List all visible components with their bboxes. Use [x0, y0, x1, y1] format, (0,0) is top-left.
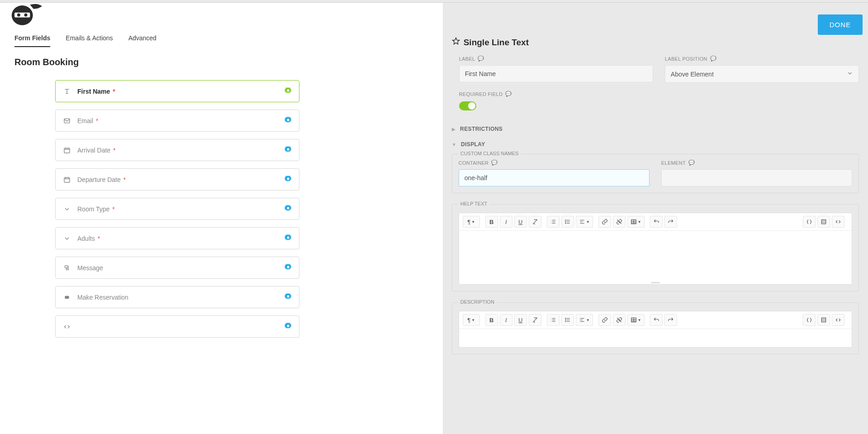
svg-point-2	[24, 14, 27, 17]
field-row[interactable]: Room Type *	[55, 198, 299, 220]
main-layout: Form Fields Emails & Actions Advanced Ro…	[0, 3, 868, 434]
editor-area[interactable]	[459, 329, 852, 347]
undo-button[interactable]	[650, 314, 663, 326]
redo-button[interactable]	[664, 216, 677, 228]
align-button[interactable]: ▼	[576, 314, 593, 326]
custom-class-legend: CUSTOM CLASS NAMES	[458, 151, 522, 156]
right-panel: DONE Single Line Text LABEL 💬 LABEL POSI…	[443, 3, 868, 434]
merge-tags-button[interactable]	[803, 314, 816, 326]
paragraph-icon	[63, 264, 71, 272]
italic-button[interactable]: I	[500, 314, 512, 326]
field-row[interactable]: Make Reservation	[55, 286, 299, 308]
element-heading: ELEMENT 💬	[661, 160, 852, 166]
field-label: Message	[77, 264, 103, 272]
ordered-list-button[interactable]	[547, 216, 560, 228]
help-icon[interactable]: 💬	[478, 56, 484, 62]
gear-icon[interactable]	[285, 263, 292, 272]
gear-icon[interactable]	[285, 293, 292, 301]
redo-button[interactable]	[664, 314, 677, 326]
align-button[interactable]: ▼	[576, 216, 593, 228]
clear-format-button[interactable]	[529, 314, 541, 326]
field-label: Email *	[77, 117, 98, 124]
ordered-list-button[interactable]	[547, 314, 560, 326]
clear-format-button[interactable]	[529, 216, 541, 228]
field-row[interactable]: Adults *	[55, 227, 299, 249]
bold-button[interactable]: B	[485, 314, 498, 326]
gear-icon[interactable]	[285, 116, 292, 125]
restrictions-toggle[interactable]: ▶ RESTRICTIONS	[452, 126, 859, 132]
fullscreen-button[interactable]	[817, 216, 830, 228]
required-row: REQUIRED FIELD 💬	[459, 91, 859, 110]
gear-icon[interactable]	[285, 322, 292, 331]
svg-point-15	[565, 321, 565, 322]
help-icon[interactable]: 💬	[491, 160, 498, 166]
svg-rect-6	[65, 296, 69, 299]
required-toggle[interactable]	[459, 101, 476, 110]
help-icon[interactable]: 💬	[710, 56, 716, 62]
unordered-list-button[interactable]	[561, 216, 574, 228]
svg-rect-12	[821, 219, 825, 224]
underline-button[interactable]: U	[514, 216, 527, 228]
display-toggle[interactable]: ▼ DISPLAY	[452, 141, 859, 148]
field-label: Arrival Date *	[77, 147, 115, 154]
svg-rect-4	[64, 148, 70, 153]
link-button[interactable]	[598, 314, 611, 326]
undo-button[interactable]	[650, 216, 663, 228]
gear-icon[interactable]	[285, 146, 292, 154]
field-row[interactable]: Arrival Date *	[55, 139, 299, 161]
gear-icon[interactable]	[285, 175, 292, 184]
label-row: LABEL 💬 LABEL POSITION 💬 Above Element	[459, 56, 859, 83]
gear-icon[interactable]	[285, 205, 292, 213]
label-position-heading: LABEL POSITION 💬	[665, 56, 859, 62]
form-title[interactable]: Room Booking	[14, 57, 443, 67]
description-fieldset: DESCRIPTION ¶ ▼BIU ▼ ▼	[452, 302, 859, 354]
element-class-input[interactable]	[661, 169, 852, 186]
left-panel: Form Fields Emails & Actions Advanced Ro…	[0, 3, 443, 434]
bold-button[interactable]: B	[485, 216, 498, 228]
text-icon	[63, 88, 71, 95]
label-position-select[interactable]: Above Element	[665, 65, 859, 83]
dropdown-icon	[63, 205, 71, 213]
svg-point-9	[565, 221, 565, 222]
unlink-button[interactable]	[613, 314, 626, 326]
resize-grip[interactable]	[459, 281, 852, 284]
field-row[interactable]: Email *	[55, 110, 299, 132]
container-class-input[interactable]	[459, 169, 650, 186]
svg-rect-5	[64, 177, 70, 182]
unlink-button[interactable]	[613, 216, 626, 228]
unordered-list-button[interactable]	[561, 314, 574, 326]
help-icon[interactable]: 💬	[688, 160, 695, 166]
tab-advanced[interactable]: Advanced	[128, 32, 157, 47]
svg-rect-0	[14, 13, 30, 18]
merge-tags-button[interactable]	[803, 216, 816, 228]
description-editor: ¶ ▼BIU ▼ ▼	[459, 311, 852, 348]
label-input[interactable]	[459, 65, 653, 82]
dropdown-icon	[63, 235, 71, 242]
field-row[interactable]: First Name *	[55, 80, 299, 102]
italic-button[interactable]: I	[500, 216, 512, 228]
help-text-editor: ¶ ▼BIU ▼ ▼	[459, 213, 852, 285]
paragraph-format-button[interactable]: ¶ ▼	[463, 314, 480, 326]
chevron-down-icon	[847, 70, 853, 78]
help-icon[interactable]: 💬	[505, 91, 512, 97]
field-row[interactable]: Message	[55, 257, 299, 279]
app-logo	[8, 1, 44, 24]
editor-area[interactable]	[459, 231, 852, 281]
html-button[interactable]	[832, 216, 844, 228]
link-button[interactable]	[598, 216, 611, 228]
help-text-legend: HELP TEXT	[458, 201, 490, 206]
table-button[interactable]: ▼	[627, 314, 645, 326]
table-button[interactable]: ▼	[627, 216, 645, 228]
done-button[interactable]: DONE	[818, 14, 863, 35]
fullscreen-button[interactable]	[817, 314, 830, 326]
tab-emails-actions[interactable]: Emails & Actions	[66, 32, 113, 47]
field-row[interactable]: Departure Date *	[55, 168, 299, 191]
paragraph-format-button[interactable]: ¶ ▼	[463, 216, 480, 228]
tab-form-fields[interactable]: Form Fields	[14, 32, 50, 47]
gear-icon[interactable]	[285, 87, 292, 95]
svg-rect-17	[821, 318, 825, 322]
html-button[interactable]	[832, 314, 844, 326]
underline-button[interactable]: U	[514, 314, 527, 326]
gear-icon[interactable]	[285, 234, 292, 243]
field-row[interactable]	[55, 315, 299, 338]
